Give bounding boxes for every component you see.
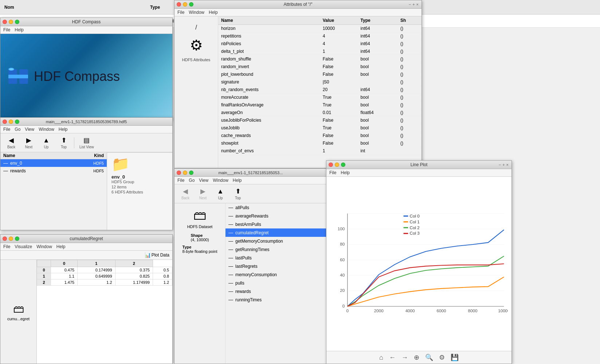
- fb-menu-go[interactable]: Go: [15, 127, 20, 132]
- hdf5-file-row[interactable]: —runningTimes: [226, 295, 327, 304]
- hdf5-file-row[interactable]: —bestArmPulls: [226, 220, 327, 228]
- cr-menu-file[interactable]: File: [3, 244, 10, 249]
- attr-row[interactable]: random_shuffleFalsebool(): [218, 55, 421, 63]
- nav-top-button[interactable]: ⬆ Top: [230, 186, 246, 201]
- settings-btn[interactable]: ⚙: [439, 353, 445, 361]
- up-button[interactable]: ▲ Up: [38, 135, 54, 150]
- file-browser-close-btn[interactable]: [3, 120, 7, 124]
- hdf5-file-row[interactable]: —cumulatedRegret: [226, 228, 327, 237]
- attr-type: bool: [358, 101, 397, 109]
- line-plot-ctrl-1[interactable]: −: [499, 163, 501, 167]
- hdf5-file-row[interactable]: —averageRewards: [226, 212, 327, 220]
- line-plot-min-btn[interactable]: [335, 163, 339, 167]
- attr-row[interactable]: signature|S0(): [218, 78, 421, 86]
- hdf-welcome-title: HDF Compass: [72, 19, 101, 24]
- attr-row[interactable]: averageOn0.01float64(): [218, 109, 421, 117]
- attr-row[interactable]: delta_t_plot1int64(): [218, 48, 421, 55]
- hdf-welcome-close-btn[interactable]: [3, 20, 7, 24]
- hdf5-nav-max-btn[interactable]: [189, 171, 193, 175]
- attr-row[interactable]: cache_rewardsFalsebool(): [218, 132, 421, 140]
- attr-row[interactable]: useJoblibForPoliciesFalsebool(): [218, 117, 421, 124]
- attr-win-ctrl-1[interactable]: −: [409, 2, 411, 7]
- nav-menu-go[interactable]: Go: [189, 178, 195, 183]
- attr-row[interactable]: nb_random_events20int64(): [218, 86, 421, 94]
- file-browser-min-btn[interactable]: [9, 120, 13, 124]
- cum-regret-max-btn[interactable]: [15, 236, 19, 241]
- list-view-button[interactable]: ▤ List View: [77, 135, 97, 150]
- file-row-env0[interactable]: — env_0 HDF5: [0, 159, 107, 167]
- attr-min-btn[interactable]: [183, 2, 187, 7]
- next-button[interactable]: ▶ Next: [21, 135, 37, 150]
- hdf5-file-row[interactable]: —rewards: [226, 287, 327, 295]
- hdf5-file-row[interactable]: —memoryConsumption: [226, 270, 327, 279]
- nav-back-button[interactable]: ◀ Back: [177, 186, 193, 201]
- hdf5-nav-min-btn[interactable]: [183, 171, 187, 175]
- cr-menu-help[interactable]: Help: [56, 244, 66, 249]
- attr-row[interactable]: useJoblibTruebool(): [218, 124, 421, 132]
- menu-file[interactable]: File: [3, 27, 10, 32]
- hdf5-file-row[interactable]: —pulls: [226, 279, 327, 287]
- data-row[interactable]: 00.4750.1749990.3750.5: [37, 267, 172, 273]
- attr-row[interactable]: random_invertFalsebool(): [218, 63, 421, 71]
- nav-next-button[interactable]: ▶ Next: [195, 186, 211, 201]
- attr-row[interactable]: number_of_envs1int: [218, 147, 421, 155]
- hdf5-file-name: lastRegrets: [235, 264, 258, 269]
- attr-menu-file[interactable]: File: [177, 10, 184, 15]
- data-row[interactable]: 11.10.6499990.8250.8: [37, 273, 172, 279]
- line-plot-close-btn[interactable]: [329, 163, 333, 167]
- data-row[interactable]: 21.4751.21.1749991.2: [37, 279, 172, 286]
- menu-help[interactable]: Help: [15, 27, 24, 32]
- lp-menu-help[interactable]: Help: [341, 170, 350, 175]
- attr-row[interactable]: showplotFalsebool(): [218, 140, 421, 147]
- line-plot-max-btn[interactable]: [341, 163, 345, 167]
- attr-max-btn[interactable]: [189, 2, 193, 7]
- hdf5-file-row[interactable]: —lastPulls: [226, 254, 327, 262]
- attr-menu-help[interactable]: Help: [209, 10, 218, 15]
- file-row-rewards[interactable]: — rewards HDF5: [0, 167, 107, 175]
- save-btn[interactable]: 💾: [451, 353, 459, 361]
- fb-menu-help[interactable]: Help: [59, 127, 68, 132]
- attr-row[interactable]: moreAccurateTruebool(): [218, 94, 421, 101]
- hdf5-file-row[interactable]: —getMemoryConsumption: [226, 237, 327, 245]
- attr-row[interactable]: finalRanksOnAverageTruebool(): [218, 101, 421, 109]
- nav-up-button[interactable]: ▲ Up: [212, 186, 228, 201]
- hdf5-file-row[interactable]: —allPulls: [226, 203, 327, 212]
- cum-regret-close-btn[interactable]: [3, 236, 7, 241]
- top-button[interactable]: ⬆ Top: [56, 135, 72, 150]
- nav-menu-help[interactable]: Help: [233, 178, 242, 183]
- attr-close-btn[interactable]: [177, 2, 181, 7]
- line-plot-ctrl-3[interactable]: ×: [506, 163, 509, 167]
- cr-menu-win[interactable]: Window: [36, 244, 52, 249]
- next-btn[interactable]: →: [401, 354, 408, 361]
- hdf5-file-row[interactable]: —getRunningTimes: [226, 245, 327, 254]
- hdf5-file-row[interactable]: —lastRegrets: [226, 262, 327, 270]
- fb-menu-window[interactable]: Window: [39, 127, 54, 132]
- back-button[interactable]: ◀ Back: [3, 135, 19, 150]
- attr-row[interactable]: plot_lowerboundFalsebool(): [218, 71, 421, 78]
- back-icon: ◀: [9, 136, 14, 144]
- attr-win-ctrl-2[interactable]: +: [412, 2, 415, 7]
- fb-menu-file[interactable]: File: [3, 127, 10, 132]
- cr-menu-vis[interactable]: Visualize: [15, 244, 32, 249]
- cum-regret-min-btn[interactable]: [9, 236, 13, 241]
- hdf5-nav-close-btn[interactable]: [177, 171, 181, 175]
- attr-row[interactable]: repetitions4int64(): [218, 32, 421, 40]
- attr-win-ctrl-3[interactable]: ×: [416, 2, 419, 7]
- zoom-btn[interactable]: 🔍: [425, 353, 433, 361]
- plot-data-button[interactable]: 📊 Plot Data: [145, 252, 169, 258]
- move-btn[interactable]: ⊕: [414, 353, 419, 361]
- attr-menu-window[interactable]: Window: [189, 10, 204, 15]
- nav-menu-file[interactable]: File: [177, 178, 184, 183]
- hdf-welcome-max-btn[interactable]: [15, 20, 19, 24]
- line-plot-ctrl-2[interactable]: +: [502, 163, 505, 167]
- lp-menu-file[interactable]: File: [329, 170, 336, 175]
- nav-menu-view[interactable]: View: [199, 178, 208, 183]
- attr-row[interactable]: nbPolicies4int64(): [218, 40, 421, 48]
- file-browser-max-btn[interactable]: [15, 120, 19, 124]
- hdf-welcome-min-btn[interactable]: [9, 20, 13, 24]
- fb-menu-view[interactable]: View: [25, 127, 34, 132]
- home-btn[interactable]: ⌂: [379, 354, 383, 361]
- nav-menu-window[interactable]: Window: [213, 178, 228, 183]
- prev-btn[interactable]: ←: [389, 354, 396, 361]
- attr-row[interactable]: horizon10000int64(): [218, 25, 421, 32]
